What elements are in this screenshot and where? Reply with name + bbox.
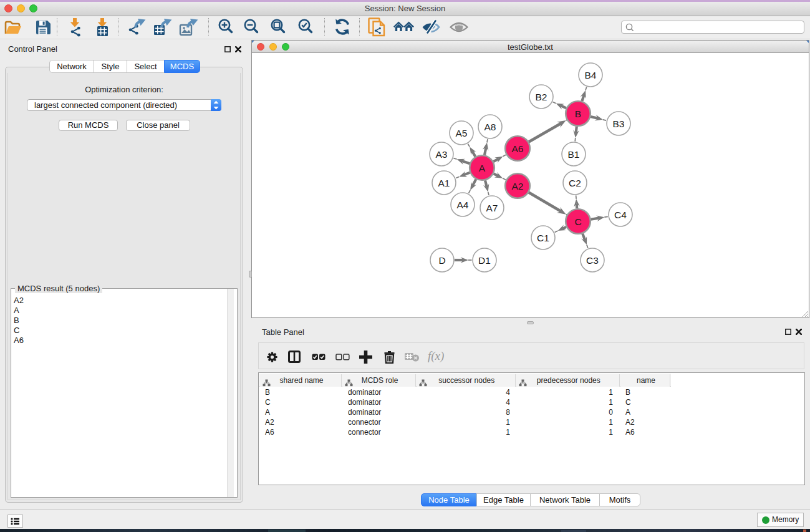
svg-text:A2: A2	[512, 181, 524, 191]
svg-text:C3: C3	[586, 255, 599, 266]
svg-text:B: B	[575, 109, 581, 119]
svg-text:A: A	[479, 163, 486, 173]
svg-text:A7: A7	[486, 203, 498, 213]
svg-text:D1: D1	[478, 255, 491, 266]
svg-text:D: D	[438, 255, 445, 266]
svg-text:C: C	[574, 216, 581, 227]
svg-text:C1: C1	[537, 233, 549, 243]
svg-text:A8: A8	[485, 122, 496, 132]
svg-text:A1: A1	[438, 178, 450, 188]
svg-text:C2: C2	[569, 178, 581, 188]
svg-text:C4: C4	[614, 210, 627, 220]
svg-text:A6: A6	[512, 143, 524, 154]
svg-text:B1: B1	[568, 149, 580, 160]
svg-text:B2: B2	[536, 92, 547, 102]
svg-text:A4: A4	[457, 200, 469, 210]
svg-text:A3: A3	[436, 149, 448, 160]
svg-text:B3: B3	[613, 118, 625, 129]
svg-text:A5: A5	[456, 128, 468, 138]
svg-text:B4: B4	[585, 70, 597, 80]
